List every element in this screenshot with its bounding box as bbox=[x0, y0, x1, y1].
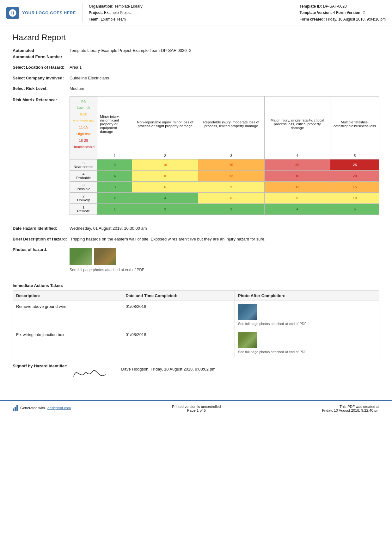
risk-legend-cell: 0-5 Low risk 6-10 Moderate risk 11-15 Hi… bbox=[70, 96, 97, 152]
action2-description: Fix wiring into junction box bbox=[13, 329, 122, 357]
organisation-line: Organisation: Template Library bbox=[89, 3, 143, 9]
page-of: of 5 bbox=[200, 408, 206, 412]
signoff-row: Signoff by Hazard Identifier: Dave Hodgs… bbox=[13, 364, 379, 384]
risk-level-row: Select Risk Level: Medium bbox=[13, 85, 379, 92]
signoff-text: Dave Hodgson, Friday, 10 August 2018, 9:… bbox=[121, 364, 215, 371]
matrix-row-possible: 3Possible 3 6 9 12 15 bbox=[70, 182, 379, 193]
team-line: Team: Example Team bbox=[89, 16, 143, 22]
dashpivot-link[interactable]: dashpivot.com bbox=[47, 406, 71, 410]
col-description: Description: bbox=[13, 291, 122, 301]
organisation-label: Organisation: bbox=[89, 4, 113, 9]
footer-center: Printed version is uncontrolled Page 1 o… bbox=[172, 405, 221, 412]
form-created-label: Form created: bbox=[299, 17, 325, 22]
page-number: 1 bbox=[197, 408, 199, 412]
date-hazard-value: Wednesday, 01 August 2018, 10:30:00 am bbox=[70, 225, 379, 232]
action1-photo-thumb bbox=[238, 304, 257, 320]
generated-text: Generated with bbox=[20, 406, 45, 410]
action2-photo-thumb bbox=[238, 332, 257, 348]
template-version-label: Template Version: bbox=[299, 10, 332, 15]
legend-moderate-range: 6-10 bbox=[72, 111, 95, 118]
template-version-value: 4 bbox=[333, 10, 335, 15]
col-photo: Photo After Completion: bbox=[235, 291, 379, 301]
form-version-value: 2 bbox=[363, 10, 365, 15]
company-label: Select Company Involved: bbox=[13, 75, 70, 81]
footer-right: This PDF was created at Friday, 10 Augus… bbox=[322, 405, 379, 412]
severity-num-4: 4 bbox=[264, 152, 330, 159]
hazard-photo-2 bbox=[94, 248, 116, 265]
template-id-line: Template ID: DP-SAF-0020 bbox=[299, 3, 386, 9]
action2-photo-cell: See full page photos attached at end of … bbox=[235, 329, 379, 357]
header-meta-left: Organisation: Template Library Project: … bbox=[89, 3, 143, 22]
company-row: Select Company Involved: Guideline Elect… bbox=[13, 75, 379, 81]
brief-description-row: Brief Description of Hazard: Tripping ha… bbox=[13, 236, 379, 242]
action1-date: 01/08/2018 bbox=[122, 301, 235, 329]
risk-matrix-table: 0-5 Low risk 6-10 Moderate risk 11-15 Hi… bbox=[70, 96, 379, 215]
signature bbox=[70, 364, 108, 384]
signature-svg bbox=[70, 364, 108, 383]
matrix-row-remote: 1Remote 1 2 3 4 5 bbox=[70, 204, 379, 215]
col-date: Date and Time Completed: bbox=[122, 291, 235, 301]
date-hazard-row: Date Hazard Identified: Wednesday, 01 Au… bbox=[13, 225, 379, 232]
legend-moderate-label: Moderate risk bbox=[72, 118, 95, 124]
page-label: Page bbox=[187, 408, 196, 412]
location-value: Area 1 bbox=[70, 64, 379, 71]
severity-num-3: 3 bbox=[198, 152, 264, 159]
photos-content: See full page photos attached at end of … bbox=[70, 246, 379, 273]
footer-left: Generated with dashpivot.com bbox=[13, 405, 71, 411]
severity-num-1: 1 bbox=[97, 152, 132, 159]
actions-table-header: Description: Date and Time Completed: Ph… bbox=[13, 291, 379, 301]
uncontrolled-text: Printed version is uncontrolled bbox=[172, 405, 221, 408]
project-line: Project: Example Project bbox=[89, 9, 143, 16]
legend-low-range: 0-5 bbox=[72, 98, 95, 105]
severity-num-5: 5 bbox=[330, 152, 379, 159]
brief-description-label: Brief Description of Hazard: bbox=[13, 236, 70, 242]
action2-photo-note: See full page photos attached at end of … bbox=[238, 350, 376, 354]
photos-note: See full page photos attached at end of … bbox=[70, 267, 379, 273]
legend-high-range: 11-15 bbox=[72, 124, 95, 131]
logo-svg bbox=[8, 9, 17, 17]
header-meta-right: Template ID: DP-SAF-0020 Template Versio… bbox=[299, 3, 386, 22]
template-id-value: DP-SAF-0020 bbox=[323, 4, 347, 9]
severity-desc-3: Reportable injury, moderate loss of proc… bbox=[198, 96, 264, 152]
divider-1 bbox=[13, 220, 379, 220]
action1-photo-note: See full page photos attached at end of … bbox=[238, 322, 376, 326]
template-version-line: Template Version: 4 Form Version: 2 bbox=[299, 9, 386, 16]
action1-photo-cell: See full page photos attached at end of … bbox=[235, 301, 379, 329]
legend-high-label: High risk bbox=[72, 131, 95, 137]
severity-num-2: 2 bbox=[132, 152, 198, 159]
location-label: Select Location of Hazard: bbox=[13, 64, 70, 71]
form-version-label: Form Version: bbox=[336, 10, 363, 15]
logo-text: YOUR LOGO GOES HERE bbox=[22, 10, 76, 15]
project-label: Project: bbox=[89, 10, 103, 15]
dashpivot-icon bbox=[13, 405, 18, 411]
hazard-photos-container bbox=[70, 248, 379, 265]
legend-unacceptable-label: Unacceptable bbox=[72, 144, 95, 150]
legend-unacceptable-range: 16-25 bbox=[72, 137, 95, 144]
logo-section: YOUR LOGO GOES HERE bbox=[6, 3, 83, 22]
organisation-value: Template Library bbox=[114, 4, 143, 9]
header: YOUR LOGO GOES HERE Organisation: Templa… bbox=[0, 0, 392, 26]
risk-level-label: Select Risk Level: bbox=[13, 85, 70, 92]
hazard-photo-1 bbox=[70, 248, 92, 265]
brief-description-value: Tripping hazards on the eastern wall of … bbox=[70, 236, 379, 242]
report-title: Hazard Report bbox=[13, 33, 379, 42]
risk-matrix-label: Risk Matrix Reference: bbox=[13, 96, 70, 215]
team-value: Example Team bbox=[101, 17, 126, 22]
photos-label: Photos of hazard: bbox=[13, 246, 70, 273]
form-created-line: Form created: Friday, 10 August 2018, 9:… bbox=[299, 16, 386, 22]
action2-date: 01/08/2018 bbox=[122, 329, 235, 357]
date-hazard-label: Date Hazard Identified: bbox=[13, 225, 70, 232]
logo-icon bbox=[6, 7, 19, 19]
pdf-created-date: Friday, 10 August 2018, 9:22:40 pm bbox=[322, 408, 379, 412]
form-created-value: Friday, 10 August 2018, 9:04:16 pm bbox=[326, 17, 386, 22]
header-meta: Organisation: Template Library Project: … bbox=[89, 3, 386, 22]
actions-table: Description: Date and Time Completed: Ph… bbox=[13, 290, 379, 357]
severity-desc-2: Non-reportable injury, minor loss of pro… bbox=[132, 96, 198, 152]
signoff-content: Dave Hodgson, Friday, 10 August 2018, 9:… bbox=[70, 364, 379, 384]
pdf-created-text: This PDF was created at bbox=[322, 405, 379, 408]
divider-2 bbox=[13, 278, 379, 278]
company-value: Guideline Electricians bbox=[70, 75, 379, 81]
main-content: Hazard Report Automated Automated Form N… bbox=[0, 26, 392, 400]
risk-matrix-section: Risk Matrix Reference: 0-5 Low risk 6-10… bbox=[13, 96, 379, 215]
severity-desc-4: Major injury, single fatality, critical … bbox=[264, 96, 330, 152]
